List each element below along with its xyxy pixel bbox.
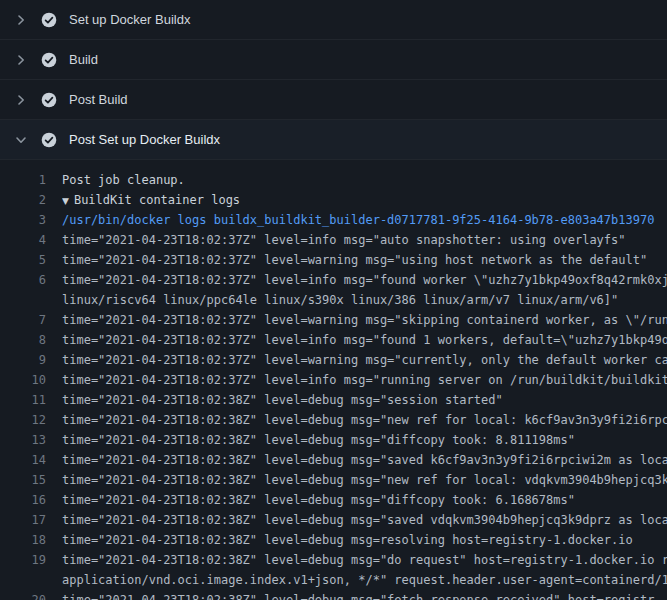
log-line-number[interactable]: 8: [0, 330, 46, 350]
log-line-text: application/vnd.oci.image.index.v1+json,…: [62, 570, 667, 590]
log-line-number[interactable]: 19: [0, 550, 46, 570]
log-line: 17 time="2021-04-23T18:02:38Z" level=deb…: [0, 510, 667, 530]
step-row[interactable]: Post Set up Docker Buildx: [0, 120, 667, 160]
chevron-right-icon[interactable]: [14, 53, 28, 67]
log-line-text: time="2021-04-23T18:02:38Z" level=debug …: [62, 470, 667, 490]
log-line-text: time="2021-04-23T18:02:37Z" level=info m…: [62, 270, 667, 290]
log-line-number[interactable]: 9: [0, 350, 46, 370]
log-line-text: time="2021-04-23T18:02:38Z" level=debug …: [62, 510, 667, 530]
step-row[interactable]: Build: [0, 40, 667, 80]
log-line: 3 /usr/bin/docker logs buildx_buildkit_b…: [0, 210, 667, 230]
log-line-number[interactable]: 10: [0, 370, 46, 390]
log-line-text: time="2021-04-23T18:02:37Z" level=warnin…: [62, 350, 667, 370]
log-line-text: time="2021-04-23T18:02:38Z" level=debug …: [62, 390, 667, 410]
chevron-down-icon[interactable]: [14, 133, 28, 147]
log-line-number[interactable]: 18: [0, 530, 46, 550]
log-line-text: time="2021-04-23T18:02:38Z" level=debug …: [62, 530, 667, 550]
log-line-number[interactable]: 1: [0, 170, 46, 190]
step-row[interactable]: Post Build: [0, 80, 667, 120]
steps-list: Set up Docker Buildx Build Post Buil: [0, 0, 667, 160]
log-line: 5 time="2021-04-23T18:02:37Z" level=warn…: [0, 250, 667, 270]
log-line-number[interactable]: 11: [0, 390, 46, 410]
log-line: 20 time="2021-04-23T18:02:38Z" level=deb…: [0, 590, 667, 600]
log-line: application/vnd.oci.image.index.v1+json,…: [0, 570, 667, 590]
log-line: 1 Post job cleanup.: [0, 170, 667, 190]
log-line-number[interactable]: 4: [0, 230, 46, 250]
log-line-number[interactable]: 17: [0, 510, 46, 530]
log-line-number[interactable]: 3: [0, 210, 46, 230]
log-line: 15 time="2021-04-23T18:02:38Z" level=deb…: [0, 470, 667, 490]
log-line: 16 time="2021-04-23T18:02:38Z" level=deb…: [0, 490, 667, 510]
check-circle-icon: [41, 92, 57, 108]
log-line: 12 time="2021-04-23T18:02:38Z" level=deb…: [0, 410, 667, 430]
log-line-text: time="2021-04-23T18:02:37Z" level=info m…: [62, 370, 667, 390]
group-triangle-down-icon: ▼: [62, 196, 69, 206]
step-label: Set up Docker Buildx: [69, 12, 190, 27]
log-line-text: time="2021-04-23T18:02:37Z" level=warnin…: [62, 250, 667, 270]
log-line: 18 time="2021-04-23T18:02:38Z" level=deb…: [0, 530, 667, 550]
log-line: 7 time="2021-04-23T18:02:37Z" level=warn…: [0, 310, 667, 330]
actions-log-viewer: Set up Docker Buildx Build Post Buil: [0, 0, 667, 600]
log-line-number[interactable]: 7: [0, 310, 46, 330]
log-line-text: time="2021-04-23T18:02:38Z" level=debug …: [62, 410, 667, 430]
check-circle-icon: [41, 132, 57, 148]
log-line: 9 time="2021-04-23T18:02:37Z" level=warn…: [0, 350, 667, 370]
log-line: 11 time="2021-04-23T18:02:38Z" level=deb…: [0, 390, 667, 410]
log-line-text: /usr/bin/docker logs buildx_buildkit_bui…: [62, 210, 667, 230]
log-lines: 1 Post job cleanup. 2 ▼BuildKit containe…: [0, 170, 667, 600]
step-row[interactable]: Set up Docker Buildx: [0, 0, 667, 40]
log-line-number[interactable]: [0, 570, 46, 590]
step-label: Build: [69, 52, 98, 67]
log-line: 6 time="2021-04-23T18:02:37Z" level=info…: [0, 270, 667, 290]
log-line-text: Post job cleanup.: [62, 170, 667, 190]
log-line-number[interactable]: 12: [0, 410, 46, 430]
log-line-number[interactable]: 2: [0, 190, 46, 210]
log-line-text: time="2021-04-23T18:02:38Z" level=debug …: [62, 490, 667, 510]
log-line: 14 time="2021-04-23T18:02:38Z" level=deb…: [0, 450, 667, 470]
log-line-text: time="2021-04-23T18:02:38Z" level=debug …: [62, 550, 667, 570]
log-line-text: time="2021-04-23T18:02:38Z" level=debug …: [62, 430, 667, 450]
log-line: 8 time="2021-04-23T18:02:37Z" level=info…: [0, 330, 667, 350]
step-label: Post Build: [69, 92, 128, 107]
log-line: 13 time="2021-04-23T18:02:38Z" level=deb…: [0, 430, 667, 450]
log-line-number[interactable]: 16: [0, 490, 46, 510]
step-label: Post Set up Docker Buildx: [69, 132, 220, 147]
log-line: linux/riscv64 linux/ppc64le linux/s390x …: [0, 290, 667, 310]
log-line-number[interactable]: 6: [0, 270, 46, 290]
log-line: 10 time="2021-04-23T18:02:37Z" level=inf…: [0, 370, 667, 390]
log-line-text: time="2021-04-23T18:02:37Z" level=info m…: [62, 230, 667, 250]
log-line-number[interactable]: 13: [0, 430, 46, 450]
chevron-right-icon[interactable]: [14, 13, 28, 27]
log-area: 1 Post job cleanup. 2 ▼BuildKit containe…: [0, 160, 667, 600]
log-line-text[interactable]: ▼BuildKit container logs: [62, 190, 667, 210]
check-circle-icon: [41, 52, 57, 68]
log-line-text: time="2021-04-23T18:02:38Z" level=debug …: [62, 450, 667, 470]
log-line: 4 time="2021-04-23T18:02:37Z" level=info…: [0, 230, 667, 250]
check-circle-icon: [41, 12, 57, 28]
log-line: 2 ▼BuildKit container logs: [0, 190, 667, 210]
log-line-text: time="2021-04-23T18:02:37Z" level=warnin…: [62, 310, 667, 330]
log-line-number[interactable]: 5: [0, 250, 46, 270]
log-line-number[interactable]: 15: [0, 470, 46, 490]
log-line-text: time="2021-04-23T18:02:37Z" level=info m…: [62, 330, 667, 350]
log-line-number[interactable]: [0, 290, 46, 310]
log-line-text: linux/riscv64 linux/ppc64le linux/s390x …: [62, 290, 667, 310]
log-line-number[interactable]: 14: [0, 450, 46, 470]
log-line: 19 time="2021-04-23T18:02:38Z" level=deb…: [0, 550, 667, 570]
log-line-number[interactable]: 20: [0, 590, 46, 600]
chevron-right-icon[interactable]: [14, 93, 28, 107]
log-line-text: time="2021-04-23T18:02:38Z" level=debug …: [62, 590, 667, 600]
